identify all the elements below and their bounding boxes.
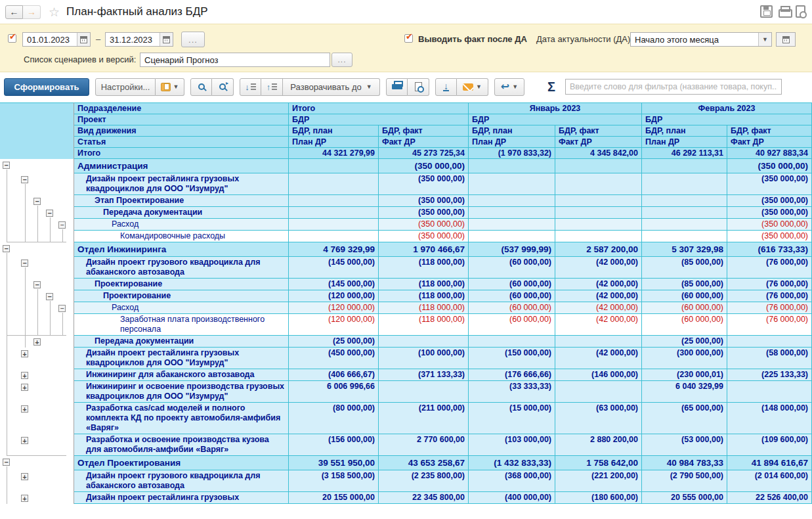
grand-total-cell[interactable]: 40 927 883,34 xyxy=(727,148,812,159)
row-value-cell[interactable]: (537 999,99) xyxy=(469,242,555,257)
print-icon[interactable] xyxy=(778,5,790,18)
send-mail-button[interactable]: ▼ xyxy=(457,78,488,96)
report-variants-button[interactable]: ▼ xyxy=(156,78,184,96)
row-value-cell[interactable]: 22 345 800,00 xyxy=(379,492,469,504)
da-combo[interactable]: Начало этого месяца ▼ xyxy=(630,32,772,47)
row-value-cell[interactable]: (100 000,00) xyxy=(379,348,469,369)
row-value-cell[interactable]: (350 000,00) xyxy=(727,173,812,195)
row-value-cell[interactable] xyxy=(469,195,555,207)
row-value-cell[interactable] xyxy=(555,173,642,195)
period-from-field[interactable]: 01.01.2023 xyxy=(22,32,91,47)
period-from-value[interactable]: 01.01.2023 xyxy=(23,35,77,45)
row-value-cell[interactable] xyxy=(642,219,727,231)
row-value-cell[interactable] xyxy=(727,381,812,403)
row-value-cell[interactable]: (148 000,00) xyxy=(727,403,812,434)
grand-total-cell[interactable]: 44 321 279,99 xyxy=(289,148,379,159)
row-value-cell[interactable] xyxy=(642,231,727,242)
row-value-cell[interactable]: (145 000,00) xyxy=(289,279,379,290)
row-value-cell[interactable]: (120 000,00) xyxy=(289,314,379,336)
row-value-cell[interactable]: (60 000,00) xyxy=(642,314,727,336)
row-value-cell[interactable]: (150 000,00) xyxy=(469,348,555,369)
search-next-button[interactable] xyxy=(212,78,234,96)
row-expand-button[interactable]: + xyxy=(21,384,28,391)
row-label[interactable]: Проектирование xyxy=(74,290,289,302)
row-value-cell[interactable]: (3 158 500,00) xyxy=(289,470,379,492)
scenario-field[interactable]: Сценарий Прогноз xyxy=(140,53,330,67)
row-value-cell[interactable]: (85 000,00) xyxy=(642,279,727,290)
row-value-cell[interactable]: (76 000,00) xyxy=(727,257,812,279)
row-value-cell[interactable] xyxy=(555,207,642,219)
row-expand-button[interactable]: + xyxy=(33,338,41,346)
row-value-cell[interactable]: (350 000,00) xyxy=(727,231,812,242)
row-value-cell[interactable] xyxy=(555,336,642,348)
expand-to-button[interactable]: Разворачивать до ▼ xyxy=(283,78,380,96)
row-value-cell[interactable]: (53 000,00) xyxy=(642,434,727,456)
row-expand-button[interactable]: + xyxy=(21,437,28,444)
row-value-cell[interactable]: (80 000,00) xyxy=(289,403,379,434)
period-to-calendar-button[interactable] xyxy=(160,33,173,46)
row-value-cell[interactable]: (146 000,00) xyxy=(555,369,642,381)
row-value-cell[interactable]: 6 006 996,66 xyxy=(289,381,379,403)
row-value-cell[interactable]: 41 894 616,67 xyxy=(727,456,812,470)
row-collapse-button[interactable]: − xyxy=(46,293,53,300)
favorite-star-icon[interactable]: ☆ xyxy=(49,5,60,20)
row-value-cell[interactable]: (350 000,00) xyxy=(379,231,469,242)
row-value-cell[interactable]: (300 000,00) xyxy=(642,348,727,369)
row-label[interactable]: Отдел Инжиниринга xyxy=(74,242,289,257)
row-value-cell[interactable]: (120 000,00) xyxy=(289,290,379,302)
row-value-cell[interactable]: (350 000,00) xyxy=(727,219,812,231)
row-value-cell[interactable] xyxy=(555,219,642,231)
generate-button[interactable]: Сформировать xyxy=(4,78,89,96)
row-value-cell[interactable]: (42 000,00) xyxy=(555,290,642,302)
row-value-cell[interactable]: (176 666,66) xyxy=(469,369,555,381)
row-label[interactable]: Расход xyxy=(74,302,289,314)
row-value-cell[interactable]: (118 000,00) xyxy=(379,314,469,336)
row-value-cell[interactable]: 5 307 329,98 xyxy=(642,242,727,257)
row-value-cell[interactable]: (60 000,00) xyxy=(469,302,555,314)
row-label[interactable]: Дизайн проект рестайлинга грузовых xyxy=(74,492,289,504)
row-label[interactable]: Дизайн проект рестайлинга грузовых квадр… xyxy=(74,173,289,195)
row-label[interactable]: Администрация xyxy=(74,159,289,173)
row-value-cell[interactable] xyxy=(469,336,555,348)
row-expand-button[interactable]: + xyxy=(21,405,28,413)
row-label[interactable]: Дизайн проект грузового квадроцикла для … xyxy=(74,257,289,279)
period-to-value[interactable]: 31.12.2023 xyxy=(106,35,160,45)
row-value-cell[interactable]: (60 000,00) xyxy=(469,290,555,302)
row-value-cell[interactable] xyxy=(469,159,555,173)
row-value-cell[interactable]: 2 587 200,00 xyxy=(555,242,642,257)
row-value-cell[interactable] xyxy=(555,195,642,207)
grand-total-cell[interactable]: 4 345 842,00 xyxy=(555,148,642,159)
row-value-cell[interactable]: (350 000,00) xyxy=(727,159,812,173)
row-value-cell[interactable]: (76 000,00) xyxy=(727,279,812,290)
row-value-cell[interactable] xyxy=(642,173,727,195)
row-label[interactable]: Проектирование xyxy=(74,279,289,290)
row-label[interactable]: Дизайн проект рестайлинга грузовых квадр… xyxy=(74,348,289,369)
row-label[interactable]: Заработная плата производственного персо… xyxy=(74,314,289,336)
row-value-cell[interactable]: (350 000,00) xyxy=(379,173,469,195)
row-value-cell[interactable]: (60 000,00) xyxy=(642,290,727,302)
row-value-cell[interactable] xyxy=(289,195,379,207)
row-value-cell[interactable]: 20 555 000,00 xyxy=(642,492,727,504)
period-more-button[interactable]: ... xyxy=(181,32,205,47)
row-value-cell[interactable]: (225 133,33) xyxy=(727,369,812,381)
row-expand-button[interactable]: + xyxy=(21,372,28,379)
row-collapse-button[interactable]: − xyxy=(3,459,10,466)
row-value-cell[interactable]: (221 200,00) xyxy=(555,470,642,492)
row-value-cell[interactable]: (42 000,00) xyxy=(555,257,642,279)
expand-groups-button[interactable]: ↑ xyxy=(261,78,283,96)
row-label[interactable]: Инжиниринг и освоение производства грузо… xyxy=(74,381,289,403)
search-button[interactable] xyxy=(190,78,212,96)
row-collapse-button[interactable]: − xyxy=(33,281,41,288)
row-value-cell[interactable]: 20 155 000,00 xyxy=(289,492,379,504)
row-value-cell[interactable]: (1 432 833,33) xyxy=(469,456,555,470)
row-collapse-button[interactable]: − xyxy=(58,221,66,229)
row-value-cell[interactable]: (42 000,00) xyxy=(555,279,642,290)
row-value-cell[interactable]: (450 000,00) xyxy=(289,348,379,369)
row-label[interactable]: Инжиниринг для абаканского автозавода xyxy=(74,369,289,381)
row-value-cell[interactable]: (25 000,00) xyxy=(642,336,727,348)
row-value-cell[interactable]: (60 000,00) xyxy=(469,314,555,336)
row-value-cell[interactable]: (120 000,00) xyxy=(289,302,379,314)
row-value-cell[interactable]: (118 000,00) xyxy=(379,279,469,290)
row-value-cell[interactable]: (145 000,00) xyxy=(289,257,379,279)
row-value-cell[interactable]: (25 000,00) xyxy=(289,336,379,348)
